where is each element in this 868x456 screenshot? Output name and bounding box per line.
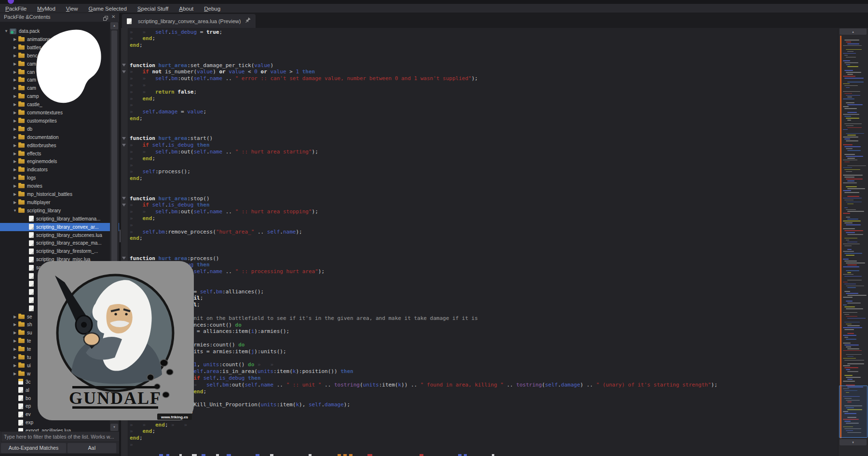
tree-row-documentation[interactable]: ▶documentation [0,133,119,141]
close-panel-icon[interactable]: ✕ [111,14,118,20]
folder-icon [18,78,25,82]
chevron-right-icon[interactable]: ▶ [12,355,18,359]
chevron-right-icon[interactable]: ▶ [12,315,18,319]
fold-marker-icon[interactable] [122,204,126,207]
tree-row-label: exp [26,420,33,425]
chevron-right-icon[interactable]: ▶ [12,45,18,50]
chevron-right-icon[interactable]: ▶ [12,111,18,115]
chevron-right-icon[interactable]: ▶ [12,363,18,368]
chevron-right-icon[interactable]: ▶ [12,119,18,123]
fold-marker-icon[interactable] [122,197,126,200]
svg-text:www.friking.es: www.friking.es [161,415,189,419]
chevron-right-icon[interactable]: ▶ [12,54,18,58]
menu-bar: PackFileMyModViewGame SelectedSpecial St… [0,4,868,13]
file-icon [29,216,34,221]
tree-filter-input[interactable] [1,431,122,442]
chevron-right-icon[interactable]: ▶ [12,135,18,139]
tree-row-logs[interactable]: ▶logs [0,174,119,182]
chevron-right-icon[interactable]: ▶ [12,70,18,74]
chevron-right-icon[interactable]: ▶ [12,184,18,188]
menu-mymod[interactable]: MyMod [32,5,61,12]
folder-icon [18,363,25,368]
chevron-right-icon[interactable]: ▶ [12,94,18,98]
case-sensitive-button[interactable]: AaI [68,443,116,453]
tree-row-scripting-library[interactable]: ▼scripting_library [0,207,119,215]
chevron-down-icon[interactable]: ▼ [3,29,10,33]
chevron-right-icon[interactable]: ▶ [12,192,18,196]
folder-icon [18,355,25,359]
folder-icon [18,45,25,50]
tree-row-scripting-library-firestorm-[interactable]: scripting_library_firestorm_... [0,247,119,255]
chevron-right-icon[interactable]: ▶ [12,86,18,90]
menu-debug[interactable]: Debug [199,5,226,12]
chevron-right-icon[interactable]: ▶ [12,62,18,66]
chevron-right-icon[interactable]: ▶ [12,200,18,205]
pin-icon[interactable] [244,17,251,26]
tree-row-label: effects [27,151,41,156]
fold-marker-icon[interactable] [122,257,126,260]
tree-row-scripting-library-escape-ma-[interactable]: scripting_library_escape_ma... [0,239,119,247]
menu-view[interactable]: View [61,5,83,12]
chevron-right-icon[interactable]: ▶ [12,347,18,351]
file-icon [29,273,34,279]
minimap[interactable]: ▲ ▼ [838,28,868,456]
fold-marker-icon[interactable] [122,64,126,67]
tree-row-mp-historical-battles[interactable]: ▶mp_historical_battles [0,190,119,198]
tree-row-movies[interactable]: ▶movies [0,182,119,190]
chevron-down-icon[interactable]: ▼ [12,208,18,213]
file-icon [29,224,34,230]
file-icon [29,249,34,254]
tab-convex-area-preview[interactable]: scripting_library_convex_area.lua (Previ… [122,14,256,28]
tree-row-enginemodels[interactable]: ▶enginemodels [0,157,119,166]
chevron-right-icon[interactable]: ▶ [12,127,18,131]
float-panel-icon[interactable] [103,14,109,20]
tree-row-editorbrushes[interactable]: ▶editorbrushes [0,141,119,150]
menu-about[interactable]: About [174,5,199,12]
chevron-right-icon[interactable]: ▶ [12,152,18,156]
tree-row-customsprites[interactable]: ▶customsprites [0,117,119,125]
svg-text:GUNDALF: GUNDALF [69,388,162,408]
chevron-right-icon[interactable]: ▶ [12,143,18,148]
fold-marker-icon[interactable] [122,144,126,147]
tab-bar: scripting_library_convex_area.lua (Previ… [121,13,868,28]
chevron-right-icon[interactable]: ▶ [12,372,18,376]
scroll-down-icon[interactable]: ▼ [110,424,118,431]
folder-icon [18,143,25,148]
tree-row-export-ancillaries-lua[interactable]: export_ancillaries.lua [0,427,119,431]
file-icon [29,281,34,287]
tree-row-label: customsprites [27,118,57,124]
tree-row-indicators[interactable]: ▶indicators [0,166,119,174]
menu-game-selected[interactable]: Game Selected [83,5,132,12]
tree-row-db[interactable]: ▶db [0,125,119,133]
minimap-viewport[interactable] [839,386,868,438]
chevron-right-icon[interactable]: ▶ [12,78,18,82]
splitter-handle[interactable] [120,230,121,242]
chevron-right-icon[interactable]: ▶ [12,37,18,41]
chevron-right-icon[interactable]: ▶ [12,331,18,335]
menu-special-stuff[interactable]: Special Stuff [132,5,174,12]
tree-row-commontextures[interactable]: ▶commontextures [0,109,119,117]
chevron-right-icon[interactable]: ▶ [12,322,18,327]
fold-marker-icon[interactable] [122,137,126,140]
minimap-scroll-down-icon[interactable]: ▼ [840,439,867,445]
folder-icon [18,322,25,327]
chevron-right-icon[interactable]: ▶ [12,176,18,180]
fold-marker-icon[interactable] [122,70,126,73]
chevron-right-icon[interactable]: ▶ [12,102,18,107]
tree-row-multiplayer[interactable]: ▶multiplayer [0,198,119,207]
code-editor[interactable]: » » self.is_debug = true;» end;end;funct… [121,28,838,456]
chevron-right-icon[interactable]: ▶ [12,159,18,164]
tree-row-scripting-library-cutscenes-lua[interactable]: scripting_library_cutscenes.lua [0,231,119,239]
tree-row-label: al [26,387,29,393]
auto-expand-matches-button[interactable]: Auto-Expand Matches [1,443,66,453]
chevron-right-icon[interactable]: ▶ [12,167,18,172]
tree-row-label: te [27,338,31,344]
menu-packfile[interactable]: PackFile [0,5,32,12]
chevron-right-icon[interactable]: ▶ [12,339,18,343]
tree-row-scripting-library-battlemana-[interactable]: scripting_library_battlemana... [0,215,119,223]
tree-row-label: scripting_library [27,208,61,213]
scroll-up-icon[interactable]: ▲ [110,22,118,29]
tree-row-effects[interactable]: ▶effects [0,150,119,158]
tree-row-scripting-library-convex-ar-[interactable]: scripting_library_convex_ar... [0,223,119,231]
minimap-scroll-up-icon[interactable]: ▲ [840,28,867,35]
